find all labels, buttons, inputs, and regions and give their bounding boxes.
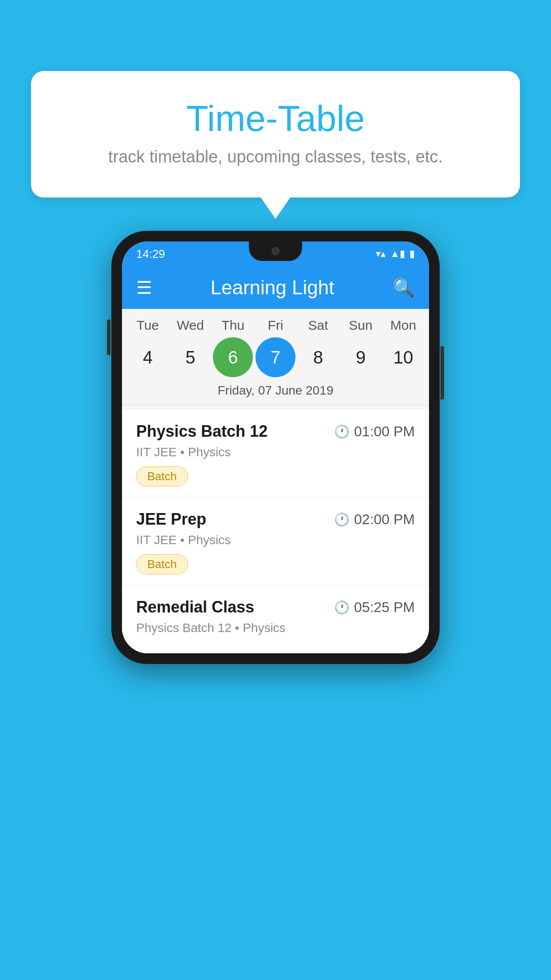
battery-icon: ▮ xyxy=(409,248,415,260)
clock-icon-2: 🕐 xyxy=(334,600,350,615)
app-title: Learning Light xyxy=(211,277,335,299)
day-numbers: 45678910 xyxy=(122,333,429,377)
day-number-6[interactable]: 6 xyxy=(213,337,253,377)
day-number-4[interactable]: 4 xyxy=(128,337,168,377)
item-title-0: Physics Batch 12 xyxy=(136,422,268,441)
item-title-1: JEE Prep xyxy=(136,510,206,529)
item-sub-1: IIT JEE • Physics xyxy=(136,533,415,547)
status-bar: 14:29 ▾▴ ▲▮ ▮ xyxy=(122,241,429,266)
day-number-8[interactable]: 8 xyxy=(298,337,338,377)
day-number-7[interactable]: 7 xyxy=(256,337,295,377)
schedule-item-1[interactable]: JEE Prep 🕐 02:00 PM IIT JEE • Physics Ba… xyxy=(122,498,429,585)
day-header-wed: Wed xyxy=(170,318,210,333)
schedule-item-2[interactable]: Remedial Class 🕐 05:25 PM Physics Batch … xyxy=(122,585,429,653)
phone-screen: 14:29 ▾▴ ▲▮ ▮ ☰ Learning Light 🔍 xyxy=(122,241,429,653)
phone-mockup: 14:29 ▾▴ ▲▮ ▮ ☰ Learning Light 🔍 xyxy=(111,231,440,664)
item-sub-2: Physics Batch 12 • Physics xyxy=(136,621,415,635)
item-time-2: 🕐 05:25 PM xyxy=(334,599,415,616)
notch xyxy=(249,241,302,261)
batch-badge-0: Batch xyxy=(136,466,188,486)
bubble-title: Time-Table xyxy=(67,98,484,139)
app-bar: ☰ Learning Light 🔍 xyxy=(122,266,429,309)
selected-date-label: Friday, 07 June 2019 xyxy=(122,377,429,405)
schedule-list: Physics Batch 12 🕐 01:00 PM IIT JEE • Ph… xyxy=(122,410,429,653)
day-header-thu: Thu xyxy=(213,318,253,333)
bubble-subtitle: track timetable, upcoming classes, tests… xyxy=(67,147,484,166)
phone-outer: 14:29 ▾▴ ▲▮ ▮ ☰ Learning Light 🔍 xyxy=(111,231,440,664)
day-header-sun: Sun xyxy=(341,318,381,333)
item-header-0: Physics Batch 12 🕐 01:00 PM xyxy=(136,422,415,441)
batch-badge-1: Batch xyxy=(136,554,188,574)
item-title-2: Remedial Class xyxy=(136,598,254,616)
status-time: 14:29 xyxy=(136,247,165,261)
item-sub-0: IIT JEE • Physics xyxy=(136,445,415,459)
item-header-2: Remedial Class 🕐 05:25 PM xyxy=(136,598,415,616)
item-time-1: 🕐 02:00 PM xyxy=(334,511,415,528)
day-header-fri: Fri xyxy=(256,318,295,333)
day-number-5[interactable]: 5 xyxy=(170,337,210,377)
day-header-tue: Tue xyxy=(128,318,168,333)
signal-icon: ▲▮ xyxy=(390,248,405,260)
day-header-mon: Mon xyxy=(383,318,423,333)
speech-bubble: Time-Table track timetable, upcoming cla… xyxy=(31,71,520,198)
wifi-icon: ▾▴ xyxy=(376,248,386,260)
speech-bubble-container: Time-Table track timetable, upcoming cla… xyxy=(31,71,520,198)
camera xyxy=(272,247,279,255)
item-time-0: 🕐 01:00 PM xyxy=(334,423,415,440)
calendar-strip: TueWedThuFriSatSunMon 45678910 Friday, 0… xyxy=(122,309,429,410)
day-headers: TueWedThuFriSatSunMon xyxy=(122,318,429,333)
clock-icon-1: 🕐 xyxy=(334,512,350,527)
search-icon[interactable]: 🔍 xyxy=(393,277,415,298)
status-icons: ▾▴ ▲▮ ▮ xyxy=(376,248,415,260)
day-number-9[interactable]: 9 xyxy=(341,337,381,377)
clock-icon-0: 🕐 xyxy=(334,424,350,439)
day-header-sat: Sat xyxy=(298,318,338,333)
schedule-item-0[interactable]: Physics Batch 12 🕐 01:00 PM IIT JEE • Ph… xyxy=(122,410,429,498)
day-number-10[interactable]: 10 xyxy=(383,337,423,377)
item-header-1: JEE Prep 🕐 02:00 PM xyxy=(136,510,415,529)
menu-icon[interactable]: ☰ xyxy=(136,279,152,296)
